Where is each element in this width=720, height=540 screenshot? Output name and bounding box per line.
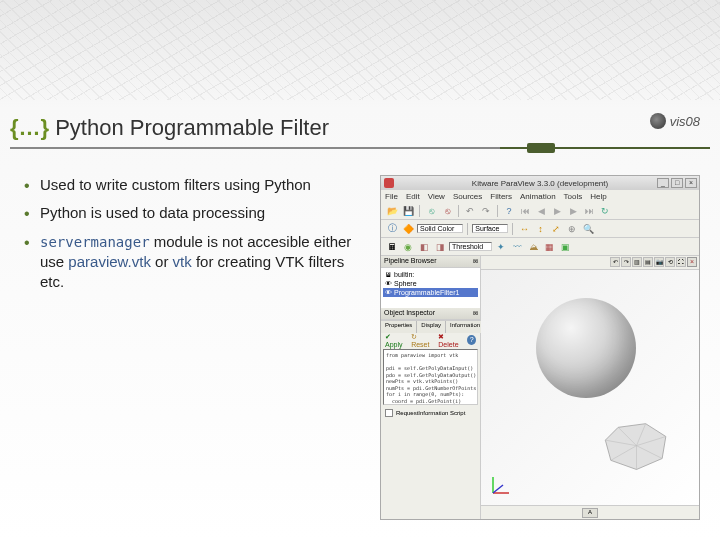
threshold-dropdown[interactable]: Threshold (449, 242, 492, 251)
app-icon (384, 178, 394, 188)
window-titlebar[interactable]: Kitware ParaView 3.3.0 (development) _ □… (381, 176, 699, 190)
bullet-item: Used to write custom filters using Pytho… (20, 175, 360, 195)
clip-icon[interactable]: ◧ (417, 240, 431, 254)
menu-sources[interactable]: Sources (453, 192, 482, 201)
reset-button[interactable]: ↻ Reset (411, 333, 434, 348)
render-view[interactable] (481, 270, 699, 505)
pane-close-icon[interactable]: ⊠ (473, 309, 478, 316)
maximize-button[interactable]: □ (671, 178, 683, 188)
extract-icon[interactable]: ▣ (558, 240, 572, 254)
inspector-buttons: ✔ Apply ↻ Reset ✖ Delete ? (381, 333, 480, 347)
vcr-last-icon[interactable]: ⏭ (582, 204, 596, 218)
tree-item-filter[interactable]: 👁 ProgrammableFilter1 (383, 288, 478, 297)
glyph-icon[interactable]: ✦ (494, 240, 508, 254)
checkbox[interactable] (385, 409, 393, 417)
menu-view[interactable]: View (428, 192, 445, 201)
object-inspector-header[interactable]: Object Inspector ⊠ (381, 308, 480, 320)
toolbar-separator (467, 223, 468, 235)
title-divider (10, 147, 710, 149)
tree-item-sphere[interactable]: 👁 Sphere (383, 279, 478, 288)
help-icon[interactable]: ? (502, 204, 516, 218)
group-icon[interactable]: ▦ (542, 240, 556, 254)
help-button[interactable]: ? (467, 335, 476, 345)
texture-overlay (0, 0, 720, 100)
object-inspector: Properties Display Information ✔ Apply ↻… (381, 320, 480, 519)
title-row: {…} Python Programmable Filter vis08 (10, 115, 710, 141)
polyhedron-geometry (599, 420, 674, 475)
tab-properties[interactable]: Properties (381, 321, 417, 333)
view-close-icon[interactable]: × (687, 257, 697, 267)
pane-close-icon[interactable]: ⊠ (473, 257, 478, 264)
contour-icon[interactable]: ◉ (401, 240, 415, 254)
close-button[interactable]: × (685, 178, 697, 188)
info-icon[interactable]: ⓘ (385, 222, 399, 236)
checkbox-row: RequestInformation Script (381, 407, 480, 419)
split-v-icon[interactable]: ▤ (643, 257, 653, 267)
menu-edit[interactable]: Edit (406, 192, 420, 201)
delete-button[interactable]: ✖ Delete (438, 333, 463, 348)
toolbar-main: 📂 💾 ⎋ ⎋ ↶ ↷ ? ⏮ ◀ ▶ ▶ ⏭ ↻ (381, 202, 699, 220)
stream-icon[interactable]: 〰 (510, 240, 524, 254)
open-icon[interactable]: 📂 (385, 204, 399, 218)
slice-icon[interactable]: ◨ (433, 240, 447, 254)
brand-logo: vis08 (650, 113, 700, 129)
pipeline-browser-header[interactable]: Pipeline Browser ⊠ (381, 256, 480, 268)
zoom-icon[interactable]: 🔍 (581, 222, 595, 236)
tab-information[interactable]: Information (446, 321, 485, 333)
undo-cam-icon[interactable]: ↶ (610, 257, 620, 267)
bullet-item: servermanager module is not accesible ei… (20, 232, 360, 293)
save-icon[interactable]: 💾 (401, 204, 415, 218)
viewport: ↶ ↷ ▥ ▤ 📷 ⟲ ⛶ × (481, 256, 699, 519)
split-h-icon[interactable]: ▥ (632, 257, 642, 267)
vcr-first-icon[interactable]: ⏮ (518, 204, 532, 218)
undo-icon[interactable]: ↶ (463, 204, 477, 218)
axis-z-icon[interactable]: ⤢ (549, 222, 563, 236)
bullet-item: Python is used to data processing (20, 203, 360, 223)
loop-icon[interactable]: ↻ (598, 204, 612, 218)
disconnect-icon[interactable]: ⎋ (440, 204, 454, 218)
pipeline-tree[interactable]: 🖥 builtin: 👁 Sphere 👁 ProgrammableFilter… (381, 268, 480, 308)
redo-cam-icon[interactable]: ↷ (621, 257, 631, 267)
menu-file[interactable]: File (385, 192, 398, 201)
warp-icon[interactable]: ⛰ (526, 240, 540, 254)
color-icon[interactable]: 🔶 (401, 222, 415, 236)
tab-display[interactable]: Display (417, 321, 446, 333)
link-term: vtk (173, 253, 192, 270)
menu-filters[interactable]: Filters (490, 192, 512, 201)
apply-button[interactable]: ✔ Apply (385, 333, 407, 348)
svg-marker-0 (605, 424, 666, 470)
link-term: paraview.vtk (68, 253, 151, 270)
calculator-icon[interactable]: 🖩 (385, 240, 399, 254)
content-area: Used to write custom filters using Pytho… (20, 175, 700, 520)
orientation-axes-icon (489, 473, 513, 497)
minimize-button[interactable]: _ (657, 178, 669, 188)
axis-x-icon[interactable]: ↔ (517, 222, 531, 236)
redo-icon[interactable]: ↷ (479, 204, 493, 218)
menu-tools[interactable]: Tools (564, 192, 583, 201)
menu-animation[interactable]: Animation (520, 192, 556, 201)
representation-dropdown[interactable]: Surface (472, 224, 508, 233)
reset-cam-icon[interactable]: ⟲ (665, 257, 675, 267)
script-textarea[interactable]: from paraview import vtk pdi = self.GetP… (383, 349, 478, 405)
vcr-fwd-icon[interactable]: ▶ (566, 204, 580, 218)
maximize-view-icon[interactable]: ⛶ (676, 257, 686, 267)
logo-sphere-icon (650, 113, 666, 129)
center-icon[interactable]: ⊕ (565, 222, 579, 236)
menubar: File Edit View Sources Filters Animation… (381, 190, 699, 202)
toolbar-separator (512, 223, 513, 235)
paraview-window: Kitware ParaView 3.3.0 (development) _ □… (380, 175, 700, 520)
axis-y-icon[interactable]: ↕ (533, 222, 547, 236)
window-controls: _ □ × (657, 178, 697, 188)
toolbar-separator (419, 205, 420, 217)
connect-icon[interactable]: ⎋ (424, 204, 438, 218)
vcr-play-icon[interactable]: ▶ (550, 204, 564, 218)
vcr-back-icon[interactable]: ◀ (534, 204, 548, 218)
slide-title: Python Programmable Filter (55, 115, 329, 141)
tree-item-builtin[interactable]: 🖥 builtin: (383, 270, 478, 279)
annotation-button[interactable]: A (582, 508, 598, 518)
svg-line-10 (493, 485, 503, 493)
menu-help[interactable]: Help (590, 192, 606, 201)
color-by-dropdown[interactable]: Solid Color (417, 224, 463, 233)
camera-icon[interactable]: 📷 (654, 257, 664, 267)
view-button-tray: A (481, 505, 699, 519)
